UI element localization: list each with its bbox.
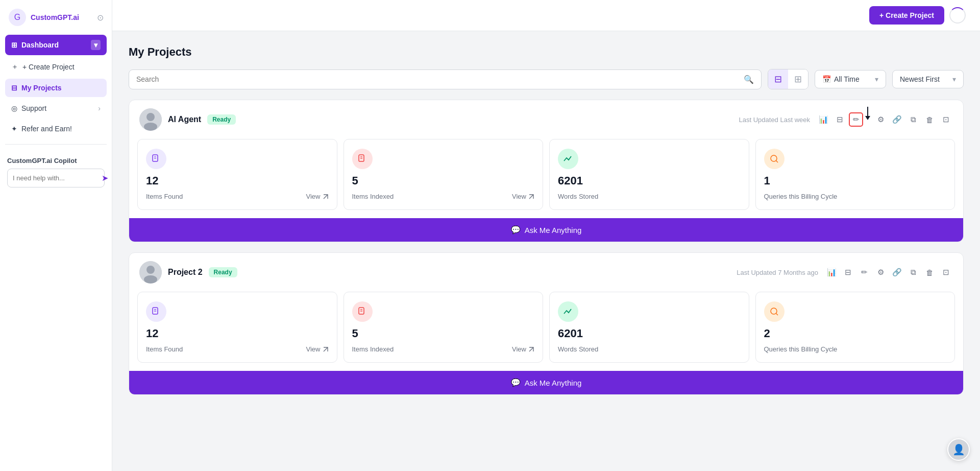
link-icon[interactable]: 🔗 <box>890 112 904 127</box>
user-avatar-button[interactable]: 👤 <box>947 438 970 461</box>
refer-label: Refer and Earn! <box>21 125 72 133</box>
stat-bottom-row: Queries this Billing Cycle <box>764 345 947 353</box>
list-view-button[interactable]: ⊟ <box>768 69 788 89</box>
projects-container: AI AgentReadyLast Updated Last week📊⊟✏ ⚙… <box>129 100 964 395</box>
create-project-button[interactable]: + Create Project <box>869 6 944 25</box>
project-actions: Last Updated Last week📊⊟✏ ⚙🔗⧉🗑⊡ <box>739 112 953 127</box>
words-stored-icon <box>558 301 578 322</box>
copilot-input-wrap: ➤ <box>7 169 105 187</box>
time-filter-label: All Time <box>834 75 860 83</box>
svg-point-14 <box>146 266 155 274</box>
sidebar-nav: ⊞ Dashboard ▾ ＋ + Create Project ⊟ My Pr… <box>0 35 112 138</box>
stat-label: Queries this Billing Cycle <box>764 345 838 353</box>
copy-icon[interactable]: ⧉ <box>906 112 920 127</box>
stat-number: 2 <box>764 327 947 340</box>
stat-bottom-row: Items IndexedView <box>352 345 535 353</box>
status-badge: Ready <box>207 114 236 125</box>
stat-card: 2Queries this Billing Cycle <box>755 292 955 363</box>
sidebar: G CustomGPT.ai ⊙ ⊞ Dashboard ▾ ＋ + Creat… <box>0 0 112 471</box>
stat-label: Items Found <box>146 193 183 200</box>
svg-point-11 <box>771 155 777 161</box>
sidebar-item-dashboard[interactable]: ⊞ Dashboard ▾ <box>5 35 107 55</box>
edit-icon[interactable]: ✏ <box>857 265 871 279</box>
stat-card: 12Items FoundView <box>137 292 337 363</box>
view-link[interactable]: View <box>306 193 329 200</box>
stat-card: 12Items FoundView <box>137 139 337 210</box>
search-input[interactable] <box>136 75 740 83</box>
project-name: Project 2 <box>168 268 203 277</box>
plus-icon: ＋ <box>11 62 18 72</box>
bar-chart-icon[interactable]: 📊 <box>816 112 830 127</box>
stat-number: 12 <box>146 174 329 187</box>
time-filter[interactable]: 📅 All Time ▾ <box>815 70 886 88</box>
bell-icon[interactable]: ⊙ <box>97 13 104 22</box>
myprojects-label: My Projects <box>21 84 62 92</box>
chevron-down-icon[interactable]: ▾ <box>91 40 101 50</box>
sort-filter[interactable]: Newest First ▾ <box>892 70 964 88</box>
logo-icon: G <box>8 8 27 27</box>
ask-me-anything-bar[interactable]: 💬Ask Me Anything <box>129 218 963 242</box>
calendar-icon: 📅 <box>822 75 831 83</box>
grid-icon[interactable]: ⊟ <box>841 265 855 279</box>
stat-number: 1 <box>764 174 947 187</box>
stat-bottom-row: Items FoundView <box>146 345 329 353</box>
grid-icon[interactable]: ⊟ <box>832 112 847 127</box>
logo-text: CustomGPT.ai <box>31 13 79 21</box>
stats-row: 12Items FoundView 5Items IndexedView 620… <box>129 292 963 371</box>
chat-icon: 💬 <box>511 378 521 387</box>
arrow-indicator <box>865 107 870 120</box>
stat-card: 5Items IndexedView <box>344 292 544 363</box>
view-toggle: ⊟ ⊞ <box>768 69 808 89</box>
arrow-line <box>867 107 868 116</box>
ask-bar-label: Ask Me Anything <box>525 379 582 387</box>
ask-bar-label: Ask Me Anything <box>525 226 582 234</box>
folder-icon: ⊟ <box>11 84 17 92</box>
copy-icon[interactable]: ⧉ <box>906 265 920 279</box>
trash-icon[interactable]: 🗑 <box>922 112 937 127</box>
grid-view-button[interactable]: ⊞ <box>788 69 808 89</box>
edit-icon[interactable]: ✏ <box>849 112 863 127</box>
stat-label: Queries this Billing Cycle <box>764 193 838 200</box>
settings-icon[interactable]: ⚙ <box>873 112 888 127</box>
queries-icon <box>764 301 785 322</box>
items-indexed-icon <box>352 149 373 169</box>
copilot-send-icon[interactable]: ➤ <box>102 173 108 183</box>
svg-line-12 <box>776 161 778 163</box>
stat-bottom-row: Words Stored <box>558 345 741 353</box>
content-area: My Projects 🔍 ⊟ ⊞ 📅 All Time ▾ Newest Fi… <box>112 31 980 419</box>
ask-me-anything-bar[interactable]: 💬Ask Me Anything <box>129 371 963 394</box>
last-updated-label: Last Updated Last week <box>739 116 810 124</box>
view-link[interactable]: View <box>512 345 534 353</box>
stat-label: Words Stored <box>558 193 598 200</box>
dashboard-icon: ⊞ <box>11 41 17 49</box>
support-chevron-icon: › <box>98 104 101 112</box>
stat-number: 6201 <box>558 327 741 340</box>
more-icon[interactable]: ⊡ <box>939 265 953 279</box>
sidebar-item-support[interactable]: ◎ Support › <box>5 99 107 117</box>
view-link[interactable]: View <box>512 193 534 200</box>
bar-chart-icon[interactable]: 📊 <box>824 265 839 279</box>
svg-point-4 <box>144 123 157 131</box>
items-indexed-icon <box>352 301 373 322</box>
logo-container: G CustomGPT.ai ⊙ <box>0 8 112 35</box>
copilot-section: CustomGPT.ai Copilot ➤ <box>0 151 112 194</box>
sidebar-item-myprojects[interactable]: ⊟ My Projects <box>5 79 107 97</box>
more-icon[interactable]: ⊡ <box>939 112 953 127</box>
svg-point-15 <box>144 275 157 284</box>
project-card-1: AI AgentReadyLast Updated Last week📊⊟✏ ⚙… <box>129 100 964 242</box>
svg-point-3 <box>146 113 155 121</box>
svg-text:G: G <box>14 13 20 21</box>
stat-label: Items Indexed <box>352 193 394 200</box>
link-icon[interactable]: 🔗 <box>890 265 904 279</box>
view-link[interactable]: View <box>306 345 329 353</box>
stat-number: 6201 <box>558 174 741 187</box>
words-stored-icon <box>558 149 578 169</box>
stat-card: 1Queries this Billing Cycle <box>755 139 955 210</box>
copilot-input[interactable] <box>13 174 99 182</box>
trash-icon[interactable]: 🗑 <box>922 265 937 279</box>
sidebar-item-refer[interactable]: ✦ Refer and Earn! <box>5 120 107 138</box>
stat-number: 5 <box>352 174 535 187</box>
sidebar-item-create[interactable]: ＋ + Create Project <box>5 57 107 77</box>
search-icon: 🔍 <box>744 75 754 84</box>
settings-icon[interactable]: ⚙ <box>873 265 888 279</box>
